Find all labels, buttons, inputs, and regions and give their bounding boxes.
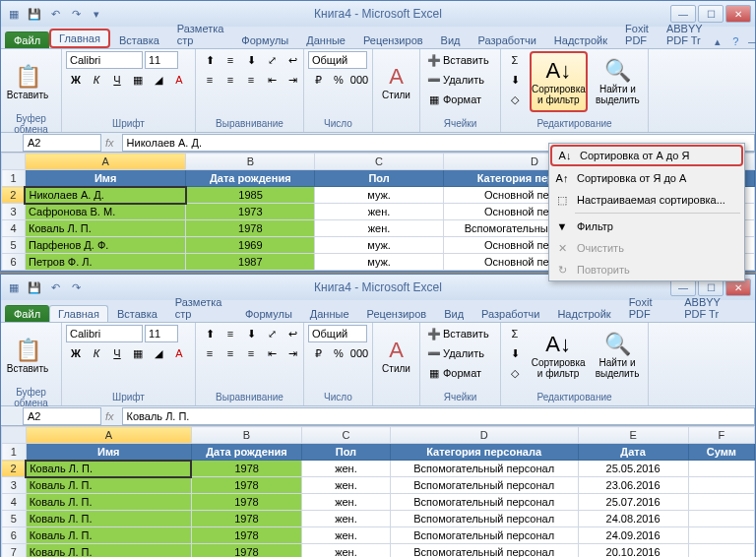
cell[interactable] bbox=[688, 511, 754, 527]
row-header[interactable]: 4 bbox=[2, 220, 26, 237]
excel-logo-icon[interactable]: ▦ bbox=[5, 278, 23, 296]
cell[interactable]: 1978 bbox=[191, 494, 301, 511]
cell[interactable]: жен. bbox=[302, 527, 391, 544]
row-header[interactable]: 3 bbox=[2, 204, 26, 220]
align-right-button[interactable]: ≡ bbox=[241, 71, 261, 89]
row-header[interactable]: 5 bbox=[2, 511, 27, 527]
cell[interactable]: Вспомогательный персонал bbox=[390, 461, 578, 477]
paste-button[interactable]: 📋Вставить bbox=[5, 51, 50, 112]
tab-home[interactable]: Главная bbox=[49, 29, 110, 48]
cell[interactable]: 1978 bbox=[191, 461, 301, 477]
column-header[interactable]: C bbox=[315, 154, 444, 170]
tab-view[interactable]: Вид bbox=[432, 31, 470, 48]
header-cell[interactable]: Пол bbox=[302, 444, 391, 461]
underline-button[interactable]: Ч bbox=[107, 71, 127, 89]
align-middle-button[interactable]: ≡ bbox=[220, 51, 240, 69]
align-center-button[interactable]: ≡ bbox=[220, 71, 240, 89]
cell[interactable]: муж. bbox=[315, 187, 444, 204]
tab-addins[interactable]: Надстройк bbox=[548, 305, 619, 322]
styles-button[interactable]: AСтили bbox=[377, 325, 415, 386]
column-header[interactable]: A bbox=[25, 154, 185, 170]
tab-addins[interactable]: Надстройк bbox=[545, 31, 616, 48]
redo-icon[interactable]: ↷ bbox=[67, 5, 85, 23]
tab-formulas[interactable]: Формулы bbox=[232, 31, 297, 48]
tab-home[interactable]: Главная bbox=[49, 305, 108, 322]
tab-insert[interactable]: Вставка bbox=[110, 31, 168, 48]
styles-button[interactable]: AСтили bbox=[377, 51, 415, 112]
number-format-combo[interactable]: Общий bbox=[308, 51, 367, 69]
currency-button[interactable]: ₽ bbox=[308, 71, 328, 89]
italic-button[interactable]: К bbox=[87, 344, 106, 362]
undo-icon[interactable]: ↶ bbox=[46, 278, 64, 296]
tab-review[interactable]: Рецензиров bbox=[354, 31, 432, 48]
cell[interactable]: Коваль Л. П. bbox=[26, 494, 191, 511]
cell[interactable]: 24.09.2016 bbox=[578, 527, 688, 544]
percent-button[interactable]: % bbox=[329, 71, 348, 89]
cell[interactable] bbox=[688, 461, 754, 477]
cell[interactable]: 1978 bbox=[191, 511, 301, 527]
cell[interactable]: Коваль Л. П. bbox=[26, 461, 191, 477]
cell[interactable]: 25.07.2016 bbox=[578, 494, 688, 511]
cell[interactable] bbox=[688, 544, 754, 558]
cell[interactable]: жен. bbox=[302, 511, 391, 527]
cell[interactable]: Петров Ф. Л. bbox=[25, 254, 185, 271]
cell[interactable]: Вспомогательный персонал bbox=[390, 494, 578, 511]
fill-color-button[interactable]: ◢ bbox=[149, 344, 168, 362]
clear-button[interactable]: ◇ bbox=[505, 91, 525, 108]
row-header[interactable]: 5 bbox=[2, 237, 26, 254]
insert-cells-button[interactable]: ➕Вставить bbox=[424, 325, 492, 342]
underline-button[interactable]: Ч bbox=[107, 344, 127, 362]
doc-minimize-icon[interactable]: — bbox=[746, 34, 756, 48]
paste-button[interactable]: 📋Вставить bbox=[5, 325, 50, 386]
tab-abbyy[interactable]: ABBYY PDF Tr bbox=[658, 20, 712, 48]
bold-button[interactable]: Ж bbox=[66, 71, 86, 89]
save-icon[interactable]: 💾 bbox=[26, 278, 43, 296]
cell[interactable]: Вспомогательный персонал bbox=[390, 544, 578, 558]
cell[interactable]: муж. bbox=[315, 237, 444, 254]
tab-data[interactable]: Данные bbox=[301, 305, 358, 322]
align-left-button[interactable]: ≡ bbox=[200, 71, 220, 89]
cell[interactable]: 1969 bbox=[186, 237, 315, 254]
fill-button[interactable]: ⬇ bbox=[505, 71, 525, 89]
cell[interactable]: жен. bbox=[302, 461, 391, 477]
number-format-combo[interactable]: Общий bbox=[308, 325, 367, 342]
menu-item[interactable]: A↓Сортировка от А до Я bbox=[550, 145, 743, 166]
cell[interactable]: Коваль Л. П. bbox=[26, 477, 191, 494]
cell[interactable]: Сафронова В. М. bbox=[25, 204, 185, 220]
header-cell[interactable]: Пол bbox=[315, 170, 444, 187]
column-header[interactable]: A bbox=[26, 427, 191, 444]
undo-icon[interactable]: ↶ bbox=[46, 5, 64, 23]
border-button[interactable]: ▦ bbox=[128, 71, 148, 89]
sort-filter-button[interactable]: A↓ Сортировка и фильтр bbox=[530, 51, 588, 112]
column-header[interactable]: D bbox=[390, 427, 578, 444]
redo-icon[interactable]: ↷ bbox=[67, 278, 85, 296]
cell[interactable]: 24.08.2016 bbox=[578, 511, 688, 527]
find-select-button[interactable]: 🔍Найти и выделить bbox=[591, 325, 644, 386]
font-color-button[interactable]: A bbox=[169, 71, 189, 89]
header-cell[interactable]: Имя bbox=[25, 170, 185, 187]
border-button[interactable]: ▦ bbox=[128, 344, 148, 362]
qat-dropdown-icon[interactable]: ▾ bbox=[88, 5, 105, 23]
row-header[interactable]: 2 bbox=[2, 461, 27, 477]
cell[interactable] bbox=[688, 477, 754, 494]
cell[interactable]: 1978 bbox=[191, 544, 301, 558]
orientation-button[interactable]: ⤢ bbox=[262, 51, 282, 69]
tab-file[interactable]: Файл bbox=[5, 31, 49, 48]
minimize-ribbon-icon[interactable]: ▴ bbox=[711, 34, 724, 48]
tab-developer[interactable]: Разработчи bbox=[472, 305, 548, 322]
delete-cells-button[interactable]: ➖Удалить bbox=[424, 344, 492, 362]
align-bottom-button[interactable]: ⬇ bbox=[241, 51, 261, 69]
delete-cells-button[interactable]: ➖Удалить bbox=[424, 71, 492, 89]
cell[interactable]: муж. bbox=[315, 254, 444, 271]
cell[interactable]: Вспомогательный персонал bbox=[390, 511, 578, 527]
header-cell[interactable]: Категория персонала bbox=[390, 444, 578, 461]
indent-inc-button[interactable]: ⇥ bbox=[283, 71, 302, 89]
cell[interactable] bbox=[688, 494, 754, 511]
header-cell[interactable]: Дата рождения bbox=[186, 170, 315, 187]
tab-developer[interactable]: Разработчи bbox=[470, 31, 545, 48]
spreadsheet-grid[interactable]: ABCDEF1ИмяДата рожденияПолКатегория перс… bbox=[1, 426, 755, 557]
cell[interactable]: жен. bbox=[315, 204, 444, 220]
cell[interactable]: 1987 bbox=[186, 254, 315, 271]
format-cells-button[interactable]: ▦Формат bbox=[424, 91, 492, 108]
comma-button[interactable]: 000 bbox=[349, 71, 369, 89]
